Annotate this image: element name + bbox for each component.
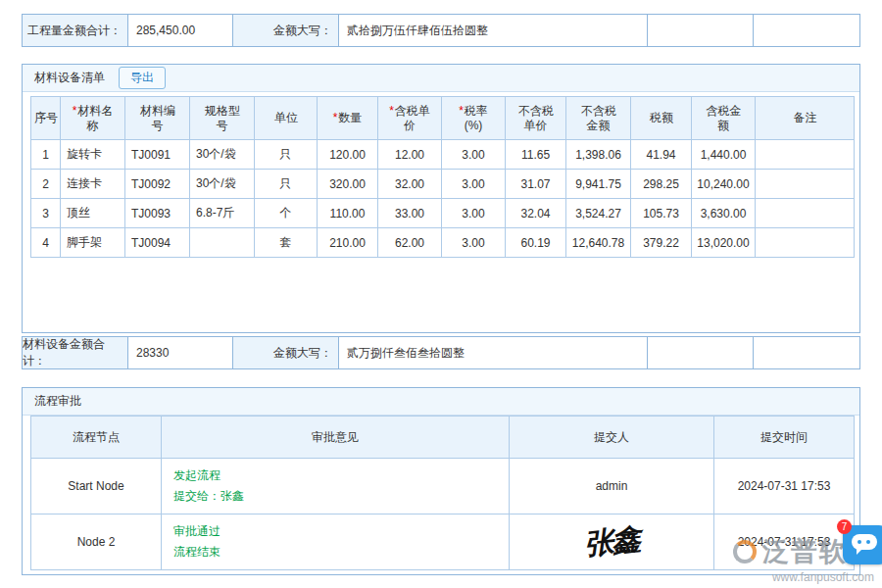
amount-caps-value: 贰拾捌万伍仟肆佰伍拾圆整 bbox=[339, 15, 648, 46]
cell-note bbox=[756, 199, 855, 228]
cell-note bbox=[756, 228, 855, 258]
table-row: 4 脚手架 TJ0094 套 210.00 62.00 3.00 60.19 1… bbox=[31, 228, 855, 258]
submit-to-link[interactable]: 提交给：张鑫 bbox=[173, 486, 244, 507]
cell-no: 4 bbox=[31, 228, 61, 258]
col-header-amount-tax: 含税金额 bbox=[692, 97, 756, 140]
col-header-amount-notax: 不含税金额 bbox=[566, 97, 631, 140]
required-asterisk: * bbox=[73, 104, 77, 118]
brand-logo-icon bbox=[733, 540, 757, 564]
cell-tax-rate: 3.00 bbox=[442, 228, 506, 258]
approval-header-row: 流程节点 审批意见 提交人 提交时间 bbox=[31, 416, 855, 459]
cell-code: TJ0091 bbox=[125, 140, 190, 170]
approval-panel-header: 流程审批 bbox=[23, 388, 859, 416]
cell-price-tax: 62.00 bbox=[378, 228, 442, 258]
cell-no: 3 bbox=[31, 199, 61, 228]
submitter-cell: admin bbox=[510, 459, 714, 514]
cell-tax-rate: 3.00 bbox=[442, 199, 506, 228]
col-header-tax-amount: 税额 bbox=[631, 97, 692, 140]
cell-amount-notax: 12,640.78 bbox=[566, 228, 631, 258]
cell-amount-tax: 10,240.00 bbox=[692, 170, 756, 199]
cell-tax-amount: 41.94 bbox=[631, 140, 692, 170]
cell-qty: 110.00 bbox=[318, 199, 378, 228]
col-header-flow-node: 流程节点 bbox=[31, 416, 162, 459]
approval-row: Node 2 审批通过 流程结束 张鑫 2024-07-31 17:53 bbox=[31, 514, 855, 570]
cell-price-notax: 32.04 bbox=[506, 199, 566, 228]
cell-name: 连接卡 bbox=[61, 170, 125, 199]
engineering-total-value: 285,450.00 bbox=[128, 15, 233, 46]
cell-tax-amount: 105.73 bbox=[631, 199, 692, 228]
cell-tax-amount: 298.25 bbox=[631, 170, 692, 199]
cell-amount-notax: 3,524.27 bbox=[566, 199, 631, 228]
cell-price-notax: 60.19 bbox=[506, 228, 566, 258]
cell-qty: 320.00 bbox=[318, 170, 378, 199]
cell-name: 脚手架 bbox=[61, 228, 125, 258]
col-header-submitter: 提交人 bbox=[510, 416, 714, 459]
opinion-cell: 审批通过 流程结束 bbox=[162, 514, 510, 570]
material-total-label: 材料设备金额合计： bbox=[23, 337, 128, 368]
handwritten-signature: 张鑫 bbox=[582, 519, 641, 565]
flow-end-link[interactable]: 流程结束 bbox=[173, 542, 220, 563]
material-total-value: 28330 bbox=[128, 337, 233, 368]
empty-cell bbox=[754, 337, 859, 368]
export-button[interactable]: 导出 bbox=[119, 67, 166, 89]
required-asterisk: * bbox=[389, 104, 394, 118]
col-header-note: 备注 bbox=[756, 97, 855, 140]
material-total-row: 材料设备金额合计： 28330 金额大写： 贰万捌仟叁佰叁拾圆整 bbox=[22, 336, 860, 369]
col-header-spec: 规格型号 bbox=[190, 97, 255, 140]
cell-no: 2 bbox=[31, 170, 61, 199]
col-header-submit-time: 提交时间 bbox=[714, 416, 855, 459]
col-header-price-tax: *含税单价 bbox=[378, 97, 442, 140]
cell-amount-notax: 9,941.75 bbox=[566, 170, 631, 199]
cell-name: 旋转卡 bbox=[61, 140, 125, 170]
cell-amount-tax: 1,440.00 bbox=[692, 140, 756, 170]
cell-tax-rate: 3.00 bbox=[442, 140, 506, 170]
material-caps-label: 金额大写： bbox=[233, 337, 339, 368]
cell-unit: 套 bbox=[255, 228, 318, 258]
cell-name: 顶丝 bbox=[61, 199, 125, 228]
cell-unit: 只 bbox=[255, 140, 318, 170]
cell-price-tax: 32.00 bbox=[378, 170, 442, 199]
empty-cell bbox=[648, 337, 754, 368]
chat-widget-button[interactable]: 7 bbox=[843, 525, 882, 564]
empty-cell bbox=[648, 15, 754, 46]
cell-price-notax: 11.65 bbox=[506, 140, 566, 170]
approval-row: Start Node 发起流程 提交给：张鑫 admin 2024-07-31 … bbox=[31, 459, 855, 514]
col-header-tax-rate: *税率(%) bbox=[442, 97, 506, 140]
cell-code: TJ0093 bbox=[125, 199, 190, 228]
cell-code: TJ0092 bbox=[125, 170, 190, 199]
approval-panel-title: 流程审批 bbox=[34, 393, 81, 410]
table-row: 1 旋转卡 TJ0091 30个/袋 只 120.00 12.00 3.00 1… bbox=[31, 140, 855, 170]
engineering-total-row: 工程量金额合计： 285,450.00 金额大写： 贰拾捌万伍仟肆佰伍拾圆整 bbox=[22, 14, 860, 47]
chat-unread-badge: 7 bbox=[837, 519, 852, 534]
material-header-row: 序号 *材料名称 材料编号 规格型号 单位 *数量 *含税单价 *税率(%) 不… bbox=[31, 97, 855, 140]
table-row: 2 连接卡 TJ0092 30个/袋 只 320.00 32.00 3.00 3… bbox=[31, 170, 855, 199]
brand-url: www.fanpusoft.com bbox=[733, 570, 874, 584]
cell-qty: 210.00 bbox=[318, 228, 378, 258]
chat-bubble-dot bbox=[866, 540, 870, 544]
cell-amount-tax: 13,020.00 bbox=[692, 228, 756, 258]
page: 工程量金额合计： 285,450.00 金额大写： 贰拾捌万伍仟肆佰伍拾圆整 材… bbox=[0, 0, 882, 575]
material-caps-value: 贰万捌仟叁佰叁拾圆整 bbox=[339, 337, 648, 368]
table-row: 3 顶丝 TJ0093 6.8-7斤 个 110.00 33.00 3.00 3… bbox=[31, 199, 855, 228]
col-header-unit: 单位 bbox=[255, 97, 318, 140]
cell-spec: 30个/袋 bbox=[190, 140, 255, 170]
material-panel: 材料设备清单 导出 序号 *材料名称 材料编号 规格型号 单位 bbox=[22, 64, 860, 333]
material-panel-header: 材料设备清单 导出 bbox=[23, 65, 859, 92]
start-flow-link[interactable]: 发起流程 bbox=[173, 466, 220, 486]
chat-bubble-dot bbox=[858, 540, 861, 544]
cell-qty: 120.00 bbox=[318, 140, 378, 170]
material-panel-title: 材料设备清单 bbox=[34, 70, 105, 86]
material-panel-body: 序号 *材料名称 材料编号 规格型号 单位 *数量 *含税单价 *税率(%) 不… bbox=[23, 92, 859, 332]
col-header-qty: *数量 bbox=[318, 97, 378, 140]
cell-note bbox=[756, 140, 855, 170]
cell-price-notax: 31.07 bbox=[506, 170, 566, 199]
approved-link[interactable]: 审批通过 bbox=[173, 521, 220, 542]
cell-tax-rate: 3.00 bbox=[442, 170, 506, 199]
col-header-code: 材料编号 bbox=[125, 97, 190, 140]
cell-spec bbox=[190, 228, 255, 258]
col-header-opinion: 审批意见 bbox=[162, 416, 510, 459]
cell-note bbox=[756, 170, 855, 199]
opinion-cell: 发起流程 提交给：张鑫 bbox=[162, 459, 510, 514]
required-asterisk: * bbox=[459, 104, 464, 118]
submit-time-cell: 2024-07-31 17:53 bbox=[714, 459, 855, 514]
